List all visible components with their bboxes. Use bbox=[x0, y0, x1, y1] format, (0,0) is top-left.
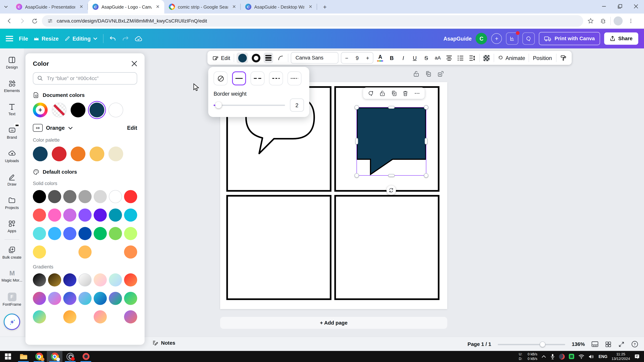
color-swatch[interactable] bbox=[33, 190, 46, 203]
color-swatch[interactable] bbox=[52, 147, 66, 161]
tab-wallpaper[interactable]: C AsapGuide - Desktop Wallpape ✕ bbox=[240, 0, 317, 13]
help-icon[interactable]: ? bbox=[631, 341, 638, 348]
italic-button[interactable]: I bbox=[399, 52, 408, 63]
close-button[interactable] bbox=[628, 0, 644, 12]
color-swatch[interactable] bbox=[78, 190, 92, 203]
file-explorer-button[interactable] bbox=[16, 351, 31, 362]
color-swatch[interactable] bbox=[63, 227, 76, 240]
comic-panel-bottom-right[interactable] bbox=[334, 195, 440, 300]
edit-image-button[interactable]: Edit bbox=[211, 52, 231, 63]
resize-handle-nw[interactable] bbox=[354, 105, 359, 110]
color-swatch[interactable] bbox=[109, 227, 122, 240]
delete-icon[interactable] bbox=[400, 88, 410, 98]
notes-button[interactable]: Notes bbox=[152, 340, 175, 346]
color-swatch[interactable] bbox=[109, 190, 122, 203]
gradient-swatch[interactable] bbox=[63, 292, 76, 305]
obs-studio-button[interactable] bbox=[62, 351, 78, 362]
chrome-profile2-button-active[interactable] bbox=[47, 351, 62, 362]
color-swatch[interactable] bbox=[108, 147, 123, 161]
bookmark-star-icon[interactable] bbox=[585, 15, 596, 26]
add-color-button[interactable]: + bbox=[33, 103, 48, 117]
color-swatch[interactable] bbox=[94, 227, 107, 240]
copy-style-button[interactable] bbox=[559, 52, 568, 63]
fill-color-button[interactable] bbox=[237, 52, 248, 63]
border-option-dash[interactable] bbox=[250, 71, 264, 85]
grid-view-icon[interactable] bbox=[605, 341, 612, 348]
color-swatch[interactable] bbox=[124, 190, 137, 203]
gradient-swatch[interactable] bbox=[109, 292, 122, 305]
volume-icon[interactable] bbox=[589, 354, 594, 359]
resize-handle-se[interactable] bbox=[424, 173, 428, 178]
gradient-swatch[interactable] bbox=[94, 310, 107, 323]
rotate-handle[interactable] bbox=[386, 186, 396, 195]
wifi-icon[interactable] bbox=[578, 354, 584, 359]
color-swatch[interactable] bbox=[78, 208, 92, 222]
tray-expand-chevron-icon[interactable] bbox=[542, 355, 546, 358]
add-page-icon[interactable] bbox=[437, 71, 444, 77]
recorder-app-button[interactable] bbox=[78, 351, 94, 362]
tray-app-icon[interactable] bbox=[559, 354, 565, 359]
tab-close-icon[interactable]: ✕ bbox=[78, 3, 85, 10]
print-with-canva-button[interactable]: Print with Canva bbox=[539, 32, 600, 45]
sidebar-item-fontframe[interactable]: F FontFrame bbox=[0, 288, 23, 311]
profile-avatar[interactable] bbox=[612, 15, 623, 26]
gradient-swatch[interactable] bbox=[94, 273, 107, 287]
duplicate-page-icon[interactable] bbox=[425, 71, 432, 77]
maximize-button[interactable] bbox=[612, 0, 628, 12]
resize-handle-n[interactable] bbox=[388, 106, 395, 109]
workspace-name[interactable]: AsapGuide bbox=[444, 35, 472, 42]
color-swatch[interactable] bbox=[48, 227, 61, 240]
resize-handle-s[interactable] bbox=[388, 174, 395, 177]
color-swatch[interactable] bbox=[71, 147, 86, 161]
lock-page-icon[interactable] bbox=[413, 71, 419, 77]
resize-handle-sw[interactable] bbox=[354, 173, 359, 178]
tab-close-icon[interactable]: ✕ bbox=[154, 3, 161, 10]
color-swatch[interactable] bbox=[78, 245, 92, 259]
new-tab-button[interactable]: + bbox=[320, 1, 330, 12]
color-search-input[interactable] bbox=[33, 72, 137, 84]
tab-search-chevron-icon[interactable] bbox=[0, 0, 12, 13]
language-indicator[interactable]: ENG bbox=[598, 354, 608, 359]
zoom-slider[interactable] bbox=[498, 341, 565, 347]
corner-rounding-button[interactable] bbox=[276, 52, 286, 63]
comic-panel-bottom-left[interactable] bbox=[226, 195, 332, 300]
text-case-button[interactable]: aA bbox=[433, 52, 442, 63]
fullscreen-icon[interactable] bbox=[618, 341, 625, 348]
border-color-button[interactable] bbox=[251, 52, 262, 63]
gradient-swatch[interactable] bbox=[124, 273, 137, 287]
sidebar-item-text[interactable]: Text bbox=[0, 98, 23, 121]
resize-handle-ne[interactable] bbox=[424, 105, 428, 110]
color-swatch-selected-teal[interactable] bbox=[90, 103, 104, 117]
gradient-swatch[interactable] bbox=[33, 310, 46, 323]
font-size-decrease[interactable]: − bbox=[342, 55, 352, 61]
border-option-dotted[interactable] bbox=[288, 71, 302, 85]
gradient-swatch[interactable] bbox=[78, 292, 92, 305]
tray-gpu-icon[interactable] bbox=[569, 354, 574, 359]
user-avatar[interactable]: C bbox=[476, 33, 487, 44]
gradient-swatch[interactable] bbox=[94, 292, 107, 305]
gradient-swatch[interactable] bbox=[33, 292, 46, 305]
resize-button[interactable]: Resize bbox=[34, 35, 58, 42]
zoom-slider-track[interactable] bbox=[498, 344, 565, 345]
gradient-swatch[interactable] bbox=[63, 273, 76, 287]
sidebar-item-bulk-create[interactable]: Bulk create bbox=[0, 241, 23, 264]
address-bar[interactable]: canva.com/design/DAGVNLBxLZM/i8mMhM_kwyC… bbox=[42, 15, 583, 27]
color-swatch[interactable] bbox=[33, 147, 48, 161]
border-option-solid[interactable] bbox=[232, 71, 246, 85]
insights-button[interactable] bbox=[506, 32, 518, 44]
reload-icon[interactable] bbox=[29, 15, 40, 26]
undo-button[interactable] bbox=[109, 35, 116, 42]
chrome-profile1-button[interactable] bbox=[31, 351, 47, 362]
tab-google-search[interactable]: comic strip - Google Search ✕ bbox=[164, 0, 241, 13]
font-family-selector[interactable]: Canva Sans bbox=[291, 52, 338, 64]
start-button[interactable] bbox=[0, 351, 16, 362]
color-swatch[interactable] bbox=[109, 208, 122, 222]
zoom-slider-knob[interactable] bbox=[540, 341, 545, 347]
font-size-value[interactable]: 9 bbox=[352, 55, 362, 61]
cloud-save-status-icon[interactable] bbox=[134, 35, 142, 42]
comment-icon[interactable] bbox=[366, 88, 376, 98]
duplicate-icon[interactable] bbox=[389, 88, 399, 98]
microphone-icon[interactable] bbox=[550, 354, 555, 359]
color-swatch[interactable] bbox=[94, 190, 107, 203]
border-option-none[interactable] bbox=[214, 71, 228, 85]
